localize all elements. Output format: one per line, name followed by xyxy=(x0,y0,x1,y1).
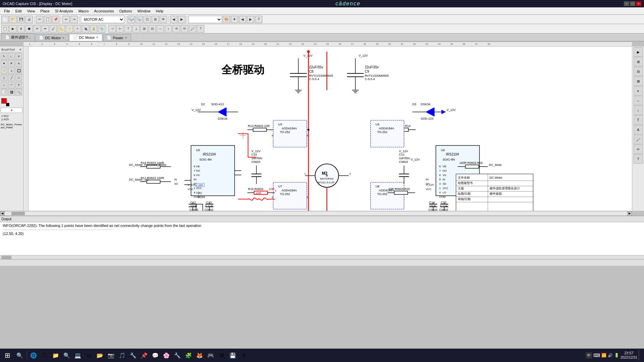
taskbar-icon-flower[interactable]: 🌸 xyxy=(161,350,172,361)
t2-btn14[interactable]: 🔎 xyxy=(189,25,196,33)
layer-arrow[interactable]: ▼ xyxy=(231,16,238,23)
tool-bus[interactable]: ≡ xyxy=(15,53,22,60)
schematic-canvas-area[interactable]: 全桥驱动 22uF/35v C8 RVT1V220M0505 C-5-5.4 2… xyxy=(23,47,632,211)
menu-edit[interactable]: Edit xyxy=(13,8,24,14)
tool-img[interactable]: 🖼 xyxy=(8,89,15,96)
taskbar-icon-tool[interactable]: 🔧 xyxy=(128,350,139,361)
nav-prev[interactable]: ◀ xyxy=(239,16,246,23)
t2-btn11[interactable]: 🔌 xyxy=(82,25,89,33)
help-btn[interactable]: ? xyxy=(255,16,262,23)
tool-textbox[interactable]: 📝 xyxy=(1,89,7,96)
taskbar-icon-game[interactable]: 🎮 xyxy=(205,350,216,361)
scroll-right-arrow[interactable]: ▶ xyxy=(627,211,632,216)
tab-dc-motor-1-close[interactable]: ✕ xyxy=(62,36,65,40)
rp-btn-3[interactable]: ⊟ xyxy=(634,67,643,76)
zoom-area-btn[interactable]: ⊞ xyxy=(152,16,159,23)
t2-align7[interactable]: ↔ xyxy=(157,25,164,33)
t2-align1[interactable]: ⊣ xyxy=(108,25,116,33)
view-all-btn[interactable]: 👁 xyxy=(160,16,167,23)
t2-btn3[interactable]: ⏸ xyxy=(17,25,25,33)
rp-btn-8[interactable]: T xyxy=(634,115,643,125)
taskbar-icon-folder[interactable]: 📁 xyxy=(50,350,61,361)
zoom-fit-btn[interactable]: ⊡ xyxy=(144,16,151,23)
maximize-button[interactable]: □ xyxy=(630,1,635,6)
t2-btn4[interactable]: ⏹ xyxy=(25,25,33,33)
tool-wire[interactable]: ∟ xyxy=(8,53,15,60)
tool-net-alias[interactable]: A xyxy=(15,60,22,67)
t2-btn5[interactable]: ✏ xyxy=(34,25,41,33)
t2-align4[interactable]: ⊥ xyxy=(132,25,140,33)
t2-align6[interactable]: ⊟ xyxy=(149,25,156,33)
horizontal-scrollbar[interactable]: ◀ ▶ xyxy=(0,211,632,216)
console-scroll-thumb[interactable] xyxy=(1,256,11,259)
layer-dropdown[interactable] xyxy=(189,16,222,23)
taskbar-icon-save[interactable]: 💾 xyxy=(227,350,238,361)
t2-btn7[interactable]: 🖊 xyxy=(50,25,57,33)
t2-align9[interactable]: ⟲ xyxy=(173,25,180,33)
taskbar-icon-monitor[interactable]: 🖥 xyxy=(216,350,227,361)
minimize-button[interactable]: ─ xyxy=(624,1,629,6)
tool-part[interactable]: 🔲 xyxy=(15,67,22,74)
t2-align3[interactable]: ⊤ xyxy=(124,25,132,33)
tool-search[interactable]: 🔍 xyxy=(15,89,22,96)
rp-btn-6[interactable]: ↔ xyxy=(634,96,643,105)
tool-no-connect[interactable]: ✕ xyxy=(8,60,15,67)
menu-accessories[interactable]: Accessories xyxy=(91,8,116,14)
rp-btn-11[interactable]: ✏ xyxy=(634,144,643,154)
console-scrollbar[interactable] xyxy=(0,255,644,259)
scroll-track[interactable] xyxy=(5,212,627,215)
layer-btn[interactable]: 🎨 xyxy=(223,16,230,23)
tool-line[interactable]: ╱ xyxy=(8,74,15,81)
rp-btn-1[interactable]: ▶ xyxy=(634,47,643,57)
t2-btn15[interactable]: ? xyxy=(197,25,204,33)
tool-junction[interactable]: ● xyxy=(1,60,7,67)
taskbar-icon-mouse[interactable]: 🖱 xyxy=(238,350,249,361)
redo-btn[interactable]: ↪ xyxy=(70,16,78,23)
tab-dc-motor-2-close[interactable]: ✕ xyxy=(96,36,99,39)
tool-pin[interactable]: | xyxy=(1,74,7,81)
scroll-left-arrow[interactable]: ◀ xyxy=(0,211,5,216)
taskbar-icon-email[interactable]: 📂 xyxy=(95,350,105,361)
menu-view[interactable]: View xyxy=(24,8,38,14)
t2-align2[interactable]: ⊢ xyxy=(116,25,124,33)
taskbar-icon-camera[interactable]: 📷 xyxy=(106,350,116,361)
taskbar-icon-music[interactable]: 🎵 xyxy=(117,350,127,361)
menu-options[interactable]: Options xyxy=(117,8,135,14)
taskbar-icon-browser[interactable]: 🌐 xyxy=(28,350,39,361)
t2-btn2[interactable]: ▶ xyxy=(9,25,17,33)
taskbar-lang[interactable]: 中 xyxy=(586,352,592,359)
nav-next[interactable]: ▶ xyxy=(247,16,254,23)
t2-btn8[interactable]: 📐 xyxy=(58,25,65,33)
t2-btn6[interactable]: ✒ xyxy=(42,25,49,33)
taskbar-icon-pin[interactable]: 📌 xyxy=(139,350,150,361)
rp-btn-12[interactable]: ? xyxy=(634,154,643,164)
taskbar-icon-tool2[interactable]: 🔧 xyxy=(172,350,183,361)
new-btn[interactable]: 📄 xyxy=(1,16,9,23)
rp-btn-2[interactable]: ⊞ xyxy=(634,57,643,66)
tab-hardware[interactable]: 📄 硬件进阶?... xyxy=(1,34,35,41)
print-btn[interactable]: 🖨 xyxy=(25,16,33,23)
t2-btn10[interactable]: + xyxy=(74,25,81,33)
taskbar-search[interactable]: 🔍 xyxy=(14,349,26,361)
t2-align5[interactable]: ⊞ xyxy=(141,25,148,33)
prev-btn[interactable]: ◀ xyxy=(170,16,177,23)
t2-btn13[interactable]: 📎 xyxy=(98,25,105,33)
tab-power[interactable]: 📄 Power ✕ xyxy=(103,34,131,41)
tab-dc-motor-1[interactable]: 📄 DC Motor ✕ xyxy=(35,34,68,41)
rp-btn-5[interactable]: ≡ xyxy=(634,86,643,96)
taskbar-icon-chat[interactable]: 💬 xyxy=(150,350,161,361)
tool-power[interactable]: ⚡ xyxy=(1,67,7,74)
tool-rect[interactable]: □ xyxy=(15,74,22,81)
copy-btn[interactable]: 📋 xyxy=(44,16,51,23)
menu-file[interactable]: File xyxy=(1,8,13,14)
taskbar-icon-input[interactable]: ⌨ xyxy=(593,353,600,358)
zoom-dropdown[interactable]: MOTOR AC DC Motor Power xyxy=(81,16,124,23)
tab-dc-motor-2[interactable]: 📄 DC Motor ✕ xyxy=(69,34,102,41)
tool-text[interactable]: T xyxy=(15,82,22,88)
t2-btn1[interactable]: 📋 xyxy=(1,25,9,33)
tool-gnd[interactable]: ⏚ xyxy=(8,67,15,74)
color-box-black[interactable] xyxy=(6,103,9,106)
rp-btn-10[interactable]: 🔎 xyxy=(634,135,643,144)
taskbar-icon-fox[interactable]: 🦊 xyxy=(194,350,205,361)
scroll-thumb[interactable] xyxy=(11,212,25,215)
